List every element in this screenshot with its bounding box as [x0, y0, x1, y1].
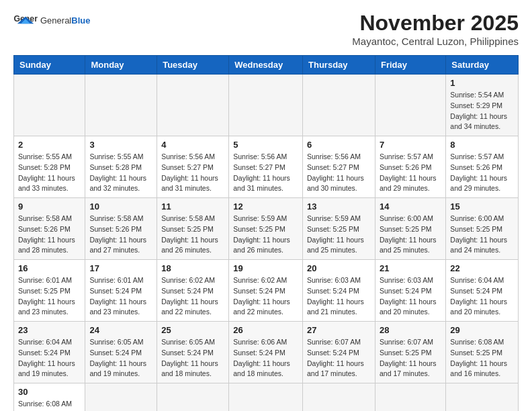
day-number: 18	[161, 263, 224, 273]
calendar-row-3: 9Sunrise: 5:58 AM Sunset: 5:26 PM Daylig…	[14, 198, 519, 260]
day-info: Sunrise: 5:58 AM Sunset: 5:26 PM Dayligh…	[18, 214, 81, 256]
calendar-cell: 28Sunrise: 6:07 AM Sunset: 5:25 PM Dayli…	[375, 322, 445, 383]
calendar-cell: 3Sunrise: 5:55 AM Sunset: 5:28 PM Daylig…	[85, 136, 157, 198]
day-number: 21	[380, 263, 441, 273]
logo: General GeneralBlue	[13, 11, 90, 30]
day-number: 6	[307, 140, 371, 150]
calendar-cell: 13Sunrise: 5:59 AM Sunset: 5:25 PM Dayli…	[303, 198, 375, 260]
day-info: Sunrise: 5:55 AM Sunset: 5:28 PM Dayligh…	[18, 152, 81, 194]
day-number: 7	[380, 140, 441, 150]
calendar-cell	[375, 75, 445, 136]
day-info: Sunrise: 5:55 AM Sunset: 5:28 PM Dayligh…	[89, 152, 152, 194]
day-number: 20	[307, 263, 371, 273]
day-number: 26	[233, 325, 298, 335]
day-info: Sunrise: 6:05 AM Sunset: 5:24 PM Dayligh…	[89, 337, 152, 379]
calendar-cell: 22Sunrise: 6:04 AM Sunset: 5:24 PM Dayli…	[446, 260, 519, 322]
calendar-cell: 5Sunrise: 5:56 AM Sunset: 5:27 PM Daylig…	[229, 136, 303, 198]
day-number: 12	[233, 201, 298, 212]
calendar-row-2: 2Sunrise: 5:55 AM Sunset: 5:28 PM Daylig…	[14, 136, 519, 198]
calendar-cell	[85, 383, 157, 412]
calendar-cell: 30Sunrise: 6:08 AM Sunset: 5:25 PM Dayli…	[14, 383, 85, 412]
day-number: 2	[18, 140, 81, 150]
calendar-cell	[157, 383, 229, 412]
day-number: 5	[233, 140, 298, 150]
day-number: 11	[161, 201, 224, 212]
weekday-header-wednesday: Wednesday	[229, 56, 303, 75]
page-header: General GeneralBlue November 2025 Mayant…	[13, 11, 519, 47]
calendar-cell: 1Sunrise: 5:54 AM Sunset: 5:29 PM Daylig…	[446, 75, 519, 136]
day-info: Sunrise: 6:07 AM Sunset: 5:25 PM Dayligh…	[380, 337, 441, 379]
calendar-cell: 25Sunrise: 6:05 AM Sunset: 5:24 PM Dayli…	[157, 322, 229, 383]
calendar-cell: 9Sunrise: 5:58 AM Sunset: 5:26 PM Daylig…	[14, 198, 85, 260]
calendar-cell: 26Sunrise: 6:06 AM Sunset: 5:24 PM Dayli…	[229, 322, 303, 383]
day-info: Sunrise: 5:57 AM Sunset: 5:26 PM Dayligh…	[380, 152, 441, 194]
calendar-cell	[375, 383, 445, 412]
day-info: Sunrise: 5:59 AM Sunset: 5:25 PM Dayligh…	[307, 214, 371, 256]
calendar-cell	[85, 75, 157, 136]
location-subtitle: Mayantoc, Central Luzon, Philippines	[352, 36, 519, 47]
day-info: Sunrise: 6:00 AM Sunset: 5:25 PM Dayligh…	[380, 214, 441, 256]
calendar-cell: 7Sunrise: 5:57 AM Sunset: 5:26 PM Daylig…	[375, 136, 445, 198]
calendar-cell: 17Sunrise: 6:01 AM Sunset: 5:24 PM Dayli…	[85, 260, 157, 322]
calendar-cell: 21Sunrise: 6:03 AM Sunset: 5:24 PM Dayli…	[375, 260, 445, 322]
day-number: 4	[161, 140, 224, 150]
weekday-header-saturday: Saturday	[446, 56, 519, 75]
day-info: Sunrise: 6:03 AM Sunset: 5:24 PM Dayligh…	[307, 275, 371, 318]
calendar-cell	[446, 383, 519, 412]
calendar-cell: 15Sunrise: 6:00 AM Sunset: 5:25 PM Dayli…	[446, 198, 519, 260]
calendar-cell: 4Sunrise: 5:56 AM Sunset: 5:27 PM Daylig…	[157, 136, 229, 198]
weekday-header-thursday: Thursday	[303, 56, 375, 75]
day-info: Sunrise: 6:06 AM Sunset: 5:24 PM Dayligh…	[233, 337, 298, 379]
day-info: Sunrise: 6:07 AM Sunset: 5:24 PM Dayligh…	[307, 337, 371, 379]
calendar-cell: 27Sunrise: 6:07 AM Sunset: 5:24 PM Dayli…	[303, 322, 375, 383]
day-info: Sunrise: 6:05 AM Sunset: 5:24 PM Dayligh…	[161, 337, 224, 379]
day-info: Sunrise: 5:56 AM Sunset: 5:27 PM Dayligh…	[161, 152, 224, 194]
weekday-header-tuesday: Tuesday	[157, 56, 229, 75]
logo-blue: Blue	[71, 15, 90, 26]
day-info: Sunrise: 5:59 AM Sunset: 5:25 PM Dayligh…	[233, 214, 298, 256]
calendar-cell: 11Sunrise: 5:58 AM Sunset: 5:25 PM Dayli…	[157, 198, 229, 260]
day-info: Sunrise: 6:00 AM Sunset: 5:25 PM Dayligh…	[450, 214, 514, 256]
day-number: 8	[450, 140, 514, 150]
weekday-header-row: SundayMondayTuesdayWednesdayThursdayFrid…	[14, 56, 519, 75]
day-info: Sunrise: 5:58 AM Sunset: 5:26 PM Dayligh…	[89, 214, 152, 256]
day-info: Sunrise: 6:04 AM Sunset: 5:24 PM Dayligh…	[450, 275, 514, 318]
calendar-cell: 24Sunrise: 6:05 AM Sunset: 5:24 PM Dayli…	[85, 322, 157, 383]
day-number: 23	[18, 325, 81, 335]
calendar-cell: 10Sunrise: 5:58 AM Sunset: 5:26 PM Dayli…	[85, 198, 157, 260]
day-info: Sunrise: 6:08 AM Sunset: 5:25 PM Dayligh…	[18, 399, 81, 411]
day-number: 28	[380, 325, 441, 335]
day-number: 16	[18, 263, 81, 273]
calendar-cell	[229, 75, 303, 136]
weekday-header-sunday: Sunday	[14, 56, 85, 75]
weekday-header-monday: Monday	[85, 56, 157, 75]
title-block: November 2025 Mayantoc, Central Luzon, P…	[352, 11, 519, 47]
calendar-cell: 6Sunrise: 5:56 AM Sunset: 5:27 PM Daylig…	[303, 136, 375, 198]
calendar-cell: 19Sunrise: 6:02 AM Sunset: 5:24 PM Dayli…	[229, 260, 303, 322]
day-info: Sunrise: 6:08 AM Sunset: 5:25 PM Dayligh…	[450, 337, 514, 379]
calendar-row-6: 30Sunrise: 6:08 AM Sunset: 5:25 PM Dayli…	[14, 383, 519, 412]
calendar-cell: 12Sunrise: 5:59 AM Sunset: 5:25 PM Dayli…	[229, 198, 303, 260]
calendar-cell: 14Sunrise: 6:00 AM Sunset: 5:25 PM Dayli…	[375, 198, 445, 260]
day-info: Sunrise: 6:01 AM Sunset: 5:25 PM Dayligh…	[18, 275, 81, 318]
calendar-cell	[157, 75, 229, 136]
weekday-header-friday: Friday	[375, 56, 445, 75]
day-number: 10	[89, 201, 152, 212]
day-number: 29	[450, 325, 514, 335]
day-info: Sunrise: 6:02 AM Sunset: 5:24 PM Dayligh…	[161, 275, 224, 318]
day-info: Sunrise: 6:04 AM Sunset: 5:24 PM Dayligh…	[18, 337, 81, 379]
day-number: 15	[450, 201, 514, 212]
calendar-cell	[303, 75, 375, 136]
month-title: November 2025	[352, 11, 519, 36]
calendar-table: SundayMondayTuesdayWednesdayThursdayFrid…	[13, 55, 519, 411]
day-number: 9	[18, 201, 81, 212]
day-number: 17	[89, 263, 152, 273]
day-number: 24	[89, 325, 152, 335]
calendar-row-4: 16Sunrise: 6:01 AM Sunset: 5:25 PM Dayli…	[14, 260, 519, 322]
calendar-cell	[303, 383, 375, 412]
day-number: 1	[450, 78, 514, 88]
calendar-cell: 18Sunrise: 6:02 AM Sunset: 5:24 PM Dayli…	[157, 260, 229, 322]
day-number: 27	[307, 325, 371, 335]
day-info: Sunrise: 6:03 AM Sunset: 5:24 PM Dayligh…	[380, 275, 441, 318]
day-number: 22	[450, 263, 514, 273]
